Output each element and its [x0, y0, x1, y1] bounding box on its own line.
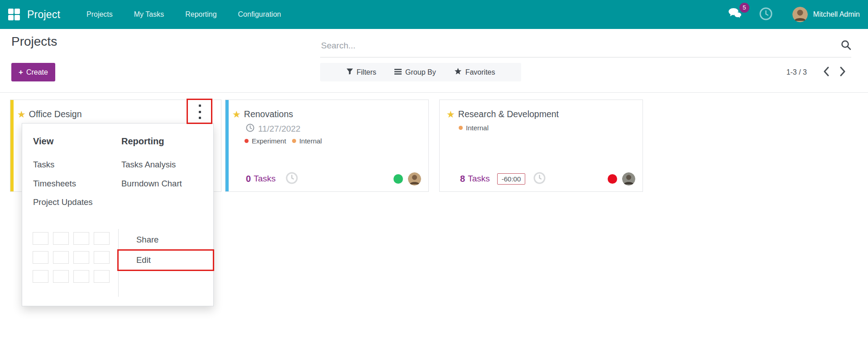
color-picker	[33, 232, 110, 283]
nav-item-reporting[interactable]: Reporting	[185, 10, 216, 19]
dropdown-divider	[118, 229, 119, 297]
assignee-avatar[interactable]	[622, 172, 635, 186]
card-color-bar	[225, 100, 229, 191]
search-input[interactable]	[320, 41, 851, 57]
dropdown-section-view: View	[33, 136, 53, 147]
tag-experiment[interactable]: Experiment	[245, 137, 286, 145]
user-avatar[interactable]	[792, 7, 808, 22]
chat-bubbles-icon	[728, 14, 742, 21]
user-name[interactable]: Mitchell Admin	[813, 10, 860, 19]
timesheet-clock-icon[interactable]	[286, 172, 298, 186]
menu-item-project-updates[interactable]: Project Updates	[33, 197, 93, 207]
favorite-star-icon[interactable]: ★	[17, 109, 26, 119]
color-swatch-dark-blue[interactable]	[33, 270, 48, 283]
menu-item-burndown-chart[interactable]: Burndown Chart	[121, 179, 182, 189]
card-title[interactable]: Renovations	[244, 109, 293, 119]
control-panel: Projects + Create Filters	[0, 29, 868, 93]
search-icon[interactable]	[841, 40, 851, 52]
color-swatch-green[interactable]	[73, 270, 89, 283]
app-name[interactable]: Project	[27, 9, 60, 21]
date-clock-icon	[246, 124, 254, 134]
color-swatch-dark-purple[interactable]	[53, 251, 69, 264]
status-dot-green[interactable]	[393, 174, 403, 184]
color-swatch-salmon-pink[interactable]	[73, 251, 89, 264]
nav-item-configuration[interactable]: Configuration	[238, 10, 281, 19]
status-dot-red[interactable]	[608, 174, 617, 184]
tag-dot	[245, 139, 249, 143]
color-swatch-orange[interactable]	[73, 232, 89, 245]
tag-dot	[292, 139, 296, 143]
card-title[interactable]: Research & Development	[458, 109, 559, 119]
color-swatch-yellow[interactable]	[94, 232, 110, 245]
assignee-avatar[interactable]	[408, 172, 421, 186]
pager: 1-3 / 3	[786, 63, 851, 81]
favorites-star-icon	[454, 68, 462, 77]
page-title: Projects	[11, 34, 57, 49]
color-swatch-light-blue[interactable]	[33, 251, 48, 264]
card-options-dropdown: View Reporting Tasks Timesheets Project …	[22, 123, 214, 306]
project-card-research-development[interactable]: ★ Research & Development Internal 8 Task…	[439, 100, 643, 192]
kebab-menu-icon[interactable]	[195, 105, 204, 119]
tag-internal[interactable]: Internal	[459, 124, 489, 132]
nav-item-my-tasks[interactable]: My Tasks	[134, 10, 164, 19]
search-options-bar: Filters Group By Favorites	[320, 63, 521, 81]
task-count-label[interactable]: Tasks	[254, 174, 276, 184]
menu-item-tasks-analysis[interactable]: Tasks Analysis	[121, 160, 176, 170]
filters-button[interactable]: Filters	[337, 63, 386, 81]
card-date: 11/27/2022	[258, 124, 301, 134]
favorite-star-icon[interactable]: ★	[232, 109, 241, 119]
timesheet-clock-icon[interactable]	[533, 172, 546, 186]
top-navbar: Project Projects My Tasks Reporting Conf…	[0, 0, 868, 29]
card-title[interactable]: Office Design	[29, 109, 82, 119]
project-card-renovations[interactable]: ★ Renovations 11/27/2022 Experiment Inte…	[225, 100, 429, 192]
group-by-button[interactable]: Group By	[385, 63, 445, 81]
menu-item-share[interactable]: Share	[136, 235, 158, 245]
menu-item-timesheets[interactable]: Timesheets	[33, 179, 76, 189]
overtime-badge: -60:00	[497, 173, 526, 185]
favorite-star-icon[interactable]: ★	[446, 109, 455, 119]
group-by-lines-icon	[394, 68, 402, 76]
messages-count-badge: 5	[739, 3, 749, 13]
menu-item-tasks[interactable]: Tasks	[33, 160, 54, 170]
pager-range: 1-3 / 3	[786, 68, 807, 76]
next-page-button[interactable]	[834, 65, 851, 80]
favorites-button[interactable]: Favorites	[445, 63, 504, 81]
tag-internal[interactable]: Internal	[292, 137, 322, 145]
color-swatch-fushia[interactable]	[53, 270, 69, 283]
color-swatch-red[interactable]	[53, 232, 69, 245]
create-button[interactable]: + Create	[11, 63, 55, 81]
dropdown-section-reporting: Reporting	[121, 136, 164, 147]
activities-button[interactable]	[759, 7, 772, 22]
messages-button[interactable]: 5	[728, 8, 742, 22]
menu-item-edit[interactable]: Edit	[136, 255, 151, 265]
color-swatch-purple[interactable]	[94, 270, 110, 283]
task-count[interactable]: 8	[460, 174, 465, 184]
nav-item-projects[interactable]: Projects	[86, 10, 113, 19]
activity-clock-icon	[759, 14, 772, 22]
plus-icon: +	[19, 68, 23, 77]
color-swatch-medium-blue[interactable]	[94, 251, 110, 264]
create-button-label: Create	[26, 68, 48, 76]
color-swatch-none[interactable]	[33, 232, 48, 245]
tag-dot	[459, 126, 463, 130]
search-bar	[320, 29, 851, 57]
filter-funnel-icon	[346, 68, 353, 76]
apps-grid-icon[interactable]	[8, 9, 20, 20]
card-color-bar	[10, 100, 14, 191]
task-count-label[interactable]: Tasks	[468, 174, 490, 184]
previous-page-button[interactable]	[818, 65, 834, 80]
task-count[interactable]: 0	[246, 174, 251, 184]
